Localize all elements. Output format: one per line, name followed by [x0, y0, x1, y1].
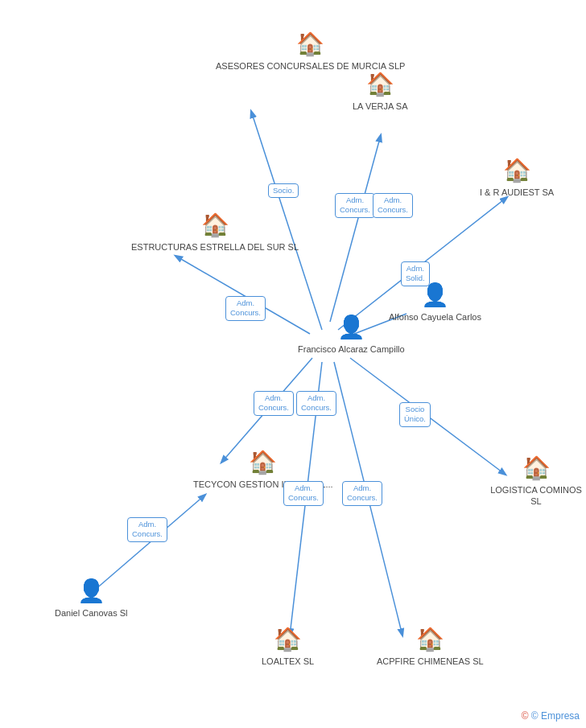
node-ir-audiest: 🏠 I & R AUDIEST SA	[480, 157, 554, 198]
badge-socio: Socio.	[268, 183, 299, 198]
node-loaltex: 🏠 LOALTEX SL	[262, 626, 314, 667]
label-loaltex: LOALTEX SL	[262, 656, 314, 667]
badge-adm-concurs-1: Adm.Concurs.	[335, 193, 375, 218]
node-acpfire: 🏠 ACPFIRE CHIMENEAS SL	[377, 626, 484, 667]
watermark-text: © Empresa	[531, 710, 580, 722]
building-icon-audiest: 🏠	[503, 157, 531, 183]
label-acpfire: ACPFIRE CHIMENEAS SL	[377, 656, 484, 667]
person-icon-francisco: 👤	[337, 314, 365, 340]
svg-line-3	[175, 256, 310, 334]
node-laverja: 🏠 LA VERJA SA	[353, 71, 407, 112]
badge-adm-concurs-6: Adm.Concurs.	[127, 517, 167, 542]
watermark-copyright: ©	[522, 710, 529, 722]
building-icon-tecycon: 🏠	[249, 449, 277, 475]
svg-line-1	[330, 135, 381, 322]
node-estructuras: 🏠 ESTRUCTURAS ESTRELLA DEL SUR SL	[131, 212, 299, 253]
label-alfonso: Alfonso Cayuela Carlos	[389, 311, 481, 323]
badge-adm-concurs-5: Adm.Concurs.	[296, 391, 336, 416]
badge-adm-concurs-3: Adm.Concurs.	[225, 296, 266, 321]
badge-adm-concurs-2: Adm.Concurs.	[373, 193, 413, 218]
label-audiest: I & R AUDIEST SA	[480, 187, 554, 198]
label-laverja: LA VERJA SA	[353, 101, 407, 112]
label-estructuras: ESTRUCTURAS ESTRELLA DEL SUR SL	[131, 241, 299, 253]
label-daniel: Daniel Canovas Sl	[55, 607, 128, 619]
watermark: © © Empresa	[522, 710, 580, 722]
building-icon-acpfire: 🏠	[416, 626, 444, 652]
label-logistica: LOGISTICA COMINOS SL	[486, 484, 586, 508]
badge-adm-solid: Adm.Solid.	[401, 261, 430, 286]
building-icon-loaltex: 🏠	[274, 626, 302, 652]
badge-adm-concurs-4: Adm.Concurs.	[254, 391, 294, 416]
person-icon-daniel: 👤	[77, 578, 105, 604]
badge-socio-unico: SocioÚnico.	[399, 402, 431, 427]
node-daniel: 👤 Daniel Canovas Sl	[55, 578, 128, 619]
building-icon-asesores: 🏠	[296, 31, 324, 57]
node-asesores: 🏠 ASESORES CONCURSALES DE MURCIA SLP	[216, 31, 405, 72]
building-icon-laverja: 🏠	[366, 71, 394, 97]
badge-adm-concurs-8: Adm.Concurs.	[342, 481, 382, 506]
label-francisco: Francisco Alcaraz Campillo	[298, 343, 405, 355]
building-icon-estructuras: 🏠	[201, 212, 229, 238]
badge-adm-concurs-7: Adm.Concurs.	[283, 481, 324, 506]
node-alfonso: 👤 Alfonso Cayuela Carlos	[389, 282, 481, 323]
building-icon-logistica: 🏠	[522, 454, 551, 481]
node-logistica: 🏠 LOGISTICA COMINOS SL	[486, 454, 586, 508]
